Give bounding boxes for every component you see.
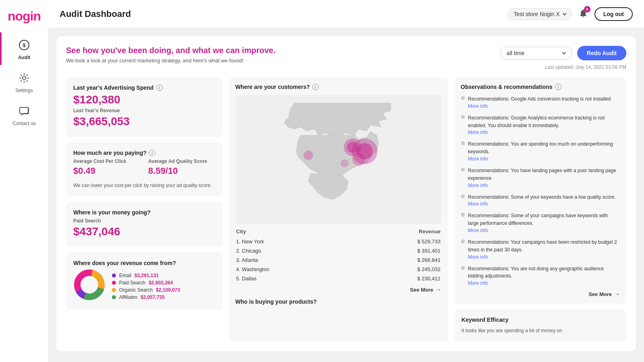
obs-item-8: Recommendations: You are not doing any g…	[461, 265, 620, 286]
city-row-3: 3. Atlanta $ 266,841	[235, 255, 442, 265]
legend-dot-affiliates	[112, 295, 116, 299]
advertising-value: $120,380	[73, 93, 215, 106]
obs-item-7: Recommendations: Your campaigns have bee…	[461, 238, 620, 260]
obs-dot-5	[461, 194, 465, 198]
right-column: Observations & recommendations i Recomme…	[454, 77, 626, 341]
svg-rect-3	[20, 107, 29, 114]
dashboard: See how you've been doing, and what we c…	[48, 28, 644, 362]
money-going-panel: Where is your money going? Paid Search $…	[66, 202, 223, 247]
obs-link-2[interactable]: More info	[468, 130, 620, 135]
obs-item-3: Recommendations: You are spending too mu…	[461, 140, 620, 162]
time-filter-dropdown[interactable]: all time	[500, 47, 572, 60]
dash-header-right: all time Redo Audit Last updated: July 1…	[500, 46, 626, 70]
svg-text:$: $	[23, 42, 26, 48]
legend-item-organic: Organic Search $2,100,073	[112, 287, 180, 293]
map-bubble-southeast	[352, 153, 365, 166]
obs-link-7[interactable]: More info	[468, 254, 620, 260]
keyword-efficacy-panel: Keyword Efficacy It looks like you are s…	[454, 309, 626, 341]
cost-note: We can lower your cost per click by rais…	[73, 182, 215, 189]
map-bubble-west	[303, 150, 313, 160]
observations-section: Observations & recommendations i Recomme…	[454, 77, 626, 304]
money-going-title: Where is your money going?	[73, 209, 215, 216]
time-filter-chevron-icon	[562, 51, 566, 55]
revenue-donut-row: Email $3,291,131 Paid Search $2,802,264	[73, 269, 215, 302]
sidebar-item-audit-label: Audit	[18, 55, 31, 60]
who-buying-section: Who is buying your products?	[235, 298, 442, 305]
obs-link-5[interactable]: More info	[468, 201, 616, 207]
notification-button[interactable]: 9	[577, 7, 590, 21]
obs-dot-3	[461, 141, 465, 145]
obs-link-3[interactable]: More info	[468, 156, 620, 162]
advertising-info-icon: i	[156, 84, 163, 91]
sidebar-nav: $ Audit Settings Contact us	[0, 32, 48, 131]
who-buying-title: Who is buying your products?	[235, 298, 442, 305]
revenue-value: $3,665,053	[73, 115, 215, 128]
obs-see-more-label: See More	[588, 291, 612, 297]
redo-audit-button[interactable]: Redo Audit	[577, 46, 626, 60]
store-selector-label: Test store Nogin X	[514, 11, 559, 17]
map-bubble-midwest-inner	[347, 142, 358, 153]
map-section: Where are your customers? i	[229, 77, 448, 341]
map-see-more-label: See More	[410, 287, 433, 293]
dash-headline: See how you've been doing, and what we c…	[66, 46, 275, 55]
obs-item-4: Recommendations: You have landing pages …	[461, 167, 620, 188]
page-title: Audit Dashboard	[60, 9, 131, 19]
advertising-panel: Last year's Advertising Spend i $120,380…	[66, 77, 223, 137]
time-filter-value: all time	[507, 50, 524, 56]
obs-link-6[interactable]: More info	[468, 228, 620, 233]
obs-link-4[interactable]: More info	[468, 183, 620, 188]
city-table-header: City Revenue	[235, 228, 442, 234]
legend-dot-email	[112, 274, 116, 278]
dash-columns: Last year's Advertising Spend i $120,380…	[66, 77, 626, 341]
sidebar-item-settings[interactable]: Settings	[0, 65, 48, 98]
obs-dot-2	[461, 115, 465, 119]
obs-link-8[interactable]: More info	[468, 280, 620, 286]
middle-column: Where are your customers? i	[229, 77, 448, 341]
city-row-2: 2. Chicago $ 391,401	[235, 246, 442, 255]
obs-dot-6	[461, 213, 465, 217]
cpc-value: $0.49	[73, 166, 140, 176]
legend-dot-paid	[112, 281, 116, 285]
obs-see-more[interactable]: See More →	[461, 291, 620, 297]
cpc-label: Average Cost Per Click	[73, 158, 140, 164]
header: Audit Dashboard Test store Nogin X 9 Log…	[48, 0, 644, 28]
city-col-header: City	[236, 228, 246, 234]
main-area: Audit Dashboard Test store Nogin X 9 Log…	[48, 0, 644, 362]
notification-badge: 9	[584, 6, 590, 12]
legend-item-email: Email $3,291,131	[112, 273, 180, 278]
cost-panel: How much are you paying? i Average Cost …	[66, 142, 223, 196]
sidebar-item-settings-label: Settings	[15, 88, 33, 93]
obs-item-5: Recommendations: Some of your keywords h…	[461, 193, 620, 207]
map-svg	[235, 95, 442, 224]
legend-dot-organic	[112, 288, 116, 292]
dollar-circle-icon: $	[19, 39, 30, 52]
sidebar-item-audit[interactable]: $ Audit	[0, 32, 48, 65]
svg-point-2	[23, 76, 26, 80]
obs-arrow-icon: →	[614, 291, 620, 297]
money-going-value: $437,046	[73, 225, 215, 238]
map-info-icon: i	[312, 84, 319, 90]
dash-subline: We took a look at your current marketing…	[66, 58, 275, 64]
brand-name: nogin	[8, 10, 41, 23]
map-see-more[interactable]: See More →	[235, 286, 442, 293]
chat-icon	[19, 105, 30, 118]
sidebar: nogin $ Audit Settings	[0, 0, 48, 362]
revenue-col-header: Revenue	[419, 228, 440, 234]
store-selector[interactable]: Test store Nogin X	[508, 8, 572, 20]
gear-icon	[19, 72, 30, 85]
logout-button[interactable]: Log out	[594, 7, 633, 21]
revenue-label: Last Year's Revenue	[73, 108, 215, 113]
dash-header: See how you've been doing, and what we c…	[66, 46, 626, 70]
sidebar-item-contact[interactable]: Contact us	[0, 98, 48, 131]
revenue-sources-panel: Where does your revenue come from?	[66, 253, 223, 310]
dashboard-card: See how you've been doing, and what we c…	[56, 36, 636, 351]
obs-item-2: Recommendations: Google Analytics ecomme…	[461, 114, 620, 136]
header-right: Test store Nogin X 9 Log out	[508, 7, 633, 21]
obs-dot-4	[461, 168, 465, 172]
obs-link-1[interactable]: More info	[468, 103, 611, 109]
left-column: Last year's Advertising Spend i $120,380…	[66, 77, 223, 341]
map-container	[235, 95, 442, 224]
donut-chart	[73, 269, 105, 302]
obs-dot-8	[461, 266, 465, 270]
dash-headline-block: See how you've been doing, and what we c…	[66, 46, 275, 64]
